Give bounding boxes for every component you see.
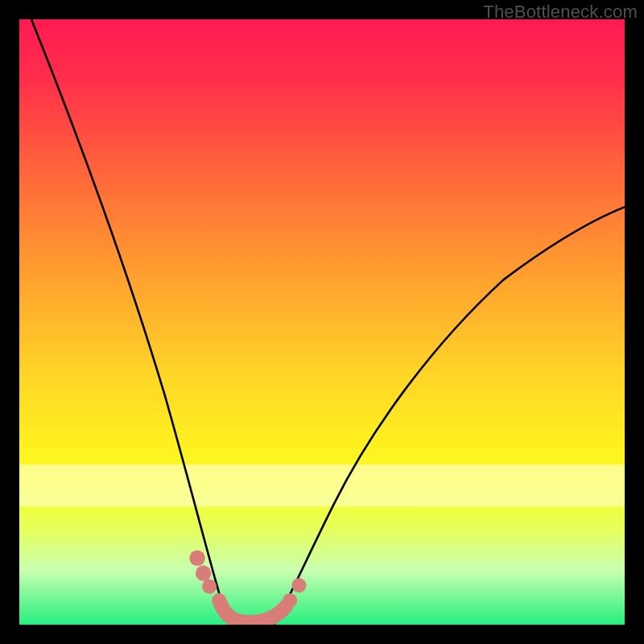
bead-left-2 — [196, 565, 212, 581]
chart-curves-svg — [19, 19, 625, 625]
bottom-pink-segment — [219, 601, 286, 622]
bead-left-3 — [202, 580, 217, 594]
bead-right-1 — [283, 593, 297, 608]
left-curve — [31, 19, 231, 625]
bead-right-2 — [291, 578, 306, 592]
chart-plot-area — [19, 19, 625, 625]
bead-left-1 — [189, 551, 205, 567]
watermark-text: TheBottleneck.com — [483, 2, 638, 23]
right-curve — [274, 207, 625, 625]
chart-frame: TheBottleneck.com — [0, 0, 644, 644]
